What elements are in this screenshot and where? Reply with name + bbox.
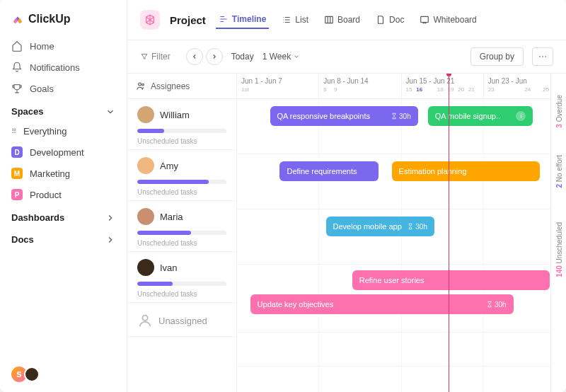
task-bar[interactable]: Develop mobile app30h [326,217,434,236]
chevron-right-icon [105,213,115,223]
user-area[interactable]: S [0,367,127,382]
avatar [137,157,154,174]
nav-home[interactable]: Home [0,35,127,57]
summary-flags: 3 Overdue 2 No effort 140 Unscheduled [550,74,566,392]
filter-button[interactable]: Filter [140,52,171,62]
more-icon: ⋯ [538,52,547,62]
task-bar[interactable]: QA responsive breakpoints30h [270,106,418,126]
clickup-logo-icon [11,13,24,25]
unscheduled-label: Unscheduled tasks [137,290,226,298]
avatar [24,367,40,382]
next-button[interactable] [206,48,223,65]
date-column: Jun 15 - Jun 21151618192021 [402,74,484,98]
list-icon [282,15,291,25]
unscheduled-label: Unscheduled tasks [137,137,226,145]
assignee-row[interactable]: WilliamUnscheduled tasks [127,99,236,150]
current-date-line [449,74,449,392]
space-badge: P [11,189,23,200]
nav-goals[interactable]: Goals [0,78,127,99]
space-badge: D [11,146,23,158]
logo[interactable]: ClickUp [0,10,127,35]
avatar [137,259,154,276]
workload-bar [137,129,226,133]
svg-rect-1 [421,16,429,22]
grid-icon: ⠿ [11,127,16,135]
spaces-header[interactable]: Spaces [0,99,127,121]
assignees-header[interactable]: Assignees [127,74,236,99]
space-product[interactable]: P Product [0,184,127,205]
period-selector[interactable]: 1 Week [262,52,300,62]
hourglass-icon [391,113,398,120]
dashboards-header[interactable]: Dashboards [0,205,127,227]
timeline-icon [219,14,229,24]
workload-bar [137,180,226,184]
whiteboard-icon [420,15,429,25]
chevron-down-icon [105,107,115,117]
prev-button[interactable] [186,48,203,65]
hourglass-icon [486,301,493,308]
chevron-right-icon [105,235,115,245]
view-list[interactable]: List [279,11,311,28]
space-everything[interactable]: ⠿ Everything [0,121,127,142]
project-icon [140,10,160,30]
hourglass-icon [407,223,414,230]
task-bar[interactable]: Refine user stories [352,270,550,290]
space-badge: M [11,168,23,179]
app-name: ClickUp [28,13,71,25]
timeline-row: QA responsive breakpoints30hQA mobile si… [237,99,566,154]
nav-notifications[interactable]: Notifications [0,57,127,78]
view-board[interactable]: Board [321,11,363,28]
timeline-row: Define requirementsEstimation planning [237,154,566,209]
assignee-row[interactable]: MariaUnscheduled tasks [127,201,236,252]
timeline-row: Refine user storiesUpdate key objectives… [237,265,566,333]
space-development[interactable]: D Development [0,142,127,163]
avatar [137,106,154,123]
main-content: Project Timeline List Board Doc Whiteboa… [127,0,566,392]
date-column: Jun 1 - Jun 71st [237,74,319,98]
task-bar[interactable]: Define requirements [279,161,379,181]
view-whiteboard[interactable]: Whiteboard [417,11,479,28]
svg-point-3 [142,83,144,86]
svg-rect-0 [325,16,333,23]
project-title: Project [170,14,206,26]
today-button[interactable]: Today [231,52,254,62]
sidebar: ClickUp Home Notifications Goals Spaces … [0,0,127,392]
board-icon [324,15,334,25]
view-timeline[interactable]: Timeline [216,11,269,29]
chevron-left-icon [191,53,198,60]
home-icon [11,40,23,52]
space-marketing[interactable]: M Marketing [0,163,127,184]
unscheduled-label: Unscheduled tasks [137,239,226,247]
timeline-toolbar: Filter Today 1 Week Group by ⋯ [127,40,566,74]
assignee-row[interactable]: AmyUnscheduled tasks [127,150,236,201]
avatar [137,208,154,225]
docs-header[interactable]: Docs [0,227,127,249]
svg-point-4 [142,316,147,321]
overdue-flag[interactable]: 3 Overdue [555,95,563,128]
date-header: Jun 1 - Jun 71stJun 8 - Jun 1489Jun 15 -… [237,74,566,99]
task-bar[interactable]: Estimation planning [392,161,540,181]
people-icon [136,81,146,91]
filter-icon [140,52,149,61]
info-icon: i [516,111,526,121]
chart-area[interactable]: Jun 1 - Jun 71stJun 8 - Jun 1489Jun 15 -… [237,74,566,392]
no-effort-flag[interactable]: 2 No effort [555,155,563,188]
unscheduled-flag[interactable]: 140 Unscheduled [555,222,563,277]
doc-icon [376,15,386,25]
timeline-area: Assignees WilliamUnscheduled tasksAmyUns… [127,74,566,392]
bell-icon [11,62,23,73]
timeline-row [237,333,566,367]
user-icon [137,313,153,328]
task-bar[interactable]: Update key objectives30h [250,294,514,314]
group-by-button[interactable]: Group by [470,47,524,66]
task-bar[interactable]: QA mobile signup..i [428,106,533,126]
chevron-right-icon [211,53,218,60]
assignee-row[interactable]: IvanUnscheduled tasks [127,252,236,303]
workload-bar [137,231,226,235]
trophy-icon [11,83,23,94]
assignee-column: Assignees WilliamUnscheduled tasksAmyUns… [127,74,237,392]
view-doc[interactable]: Doc [373,11,407,28]
chevron-down-icon [293,53,300,60]
more-button[interactable]: ⋯ [532,47,553,66]
assignee-row[interactable]: Unassigned [127,303,236,337]
